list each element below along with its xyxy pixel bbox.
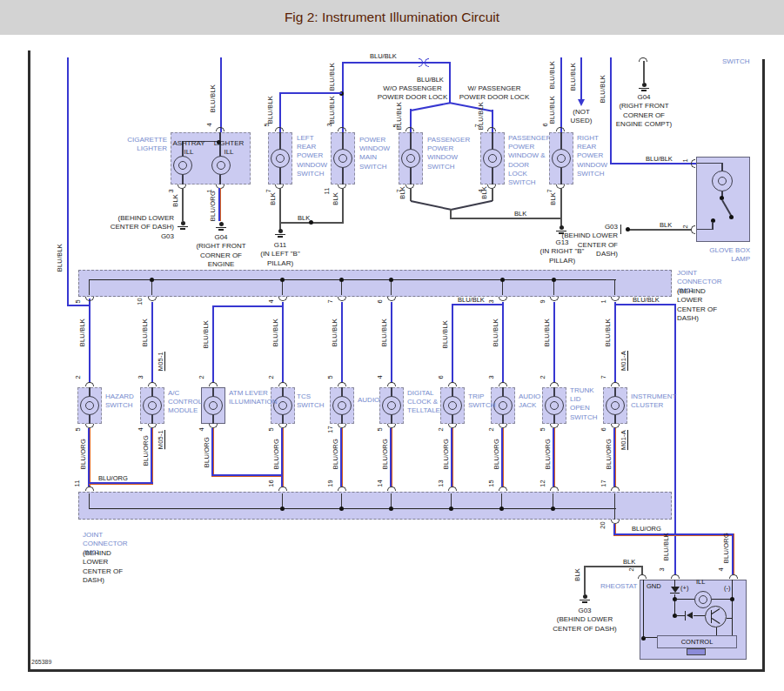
bulb-icon-ill bbox=[694, 591, 712, 608]
wire-label-blu-blk: BLU/BLK bbox=[646, 155, 673, 163]
pin-number: 5 bbox=[267, 427, 275, 431]
bulb-icon bbox=[483, 149, 502, 168]
pin-bracket bbox=[275, 127, 284, 131]
wire-blk bbox=[410, 188, 412, 201]
wire-label-blk: BLK bbox=[623, 558, 635, 566]
pin-bracket bbox=[550, 382, 559, 386]
ground-location: (IN LEFT "B" PILLAR) bbox=[260, 250, 300, 266]
pin-bracket bbox=[611, 297, 620, 301]
component-label: DIGITAL CLOCK & TELLTALE bbox=[407, 389, 446, 416]
wire-blk bbox=[450, 218, 562, 219]
wire-label-blu-org: BLU/ORG bbox=[272, 439, 280, 469]
pin-bracket bbox=[448, 382, 457, 386]
wire-blu-blk bbox=[89, 302, 90, 383]
wire-blu-blk bbox=[391, 302, 392, 383]
pin-bracket bbox=[691, 225, 695, 234]
wire-label-blk: BLK bbox=[514, 210, 526, 218]
pin-number: 20 bbox=[599, 521, 606, 528]
pin-number: 3 bbox=[325, 123, 333, 126]
wire-label-blu-org: BLU/ORG bbox=[142, 435, 150, 466]
component-label-rheostat: RHEOSTAT bbox=[600, 582, 637, 591]
pin-number: 4 bbox=[205, 123, 213, 126]
brace-wire bbox=[411, 200, 451, 211]
wire-blu-org bbox=[553, 428, 555, 486]
wire-blu-org bbox=[390, 428, 392, 486]
wire-label-blu-blk: BLU/BLK bbox=[141, 319, 149, 346]
wire-label-blu-blk: BLU/BLK bbox=[441, 320, 449, 348]
junction-dot bbox=[339, 278, 344, 282]
pin-bracket bbox=[550, 486, 559, 491]
pin-number: 12 bbox=[539, 480, 546, 486]
pin-number: 2 bbox=[627, 567, 635, 571]
bulb-icon bbox=[401, 149, 420, 168]
pin-bracket bbox=[85, 297, 94, 301]
pin-number: 5 bbox=[74, 427, 82, 431]
wire-blu-org bbox=[613, 533, 734, 536]
junction-dot bbox=[500, 278, 505, 282]
bulb-lead bbox=[182, 174, 184, 184]
wire-blu-blk bbox=[342, 62, 344, 132]
ground-note-g04: G04 (RIGHT FRONT CORNER OF ENGINE COMPT) bbox=[609, 93, 679, 130]
wire-label-blu-blk: BLU/BLK bbox=[271, 319, 279, 346]
component-label: A/C CONTROL MODULE bbox=[168, 389, 206, 416]
wire-blu-org bbox=[211, 474, 284, 477]
page-title: Fig 2: Instrument Illumination Circuit bbox=[285, 10, 499, 25]
pin-number: 6 bbox=[437, 375, 445, 379]
wire-label-blu-blk: BLU/BLK bbox=[328, 63, 336, 91]
wire-blu-org bbox=[732, 533, 734, 574]
switch-contact-dot bbox=[729, 215, 734, 219]
wire-blk bbox=[560, 188, 562, 226]
rheostat-minus-label: (-) bbox=[724, 584, 731, 592]
rheostat-plus-label: (+) bbox=[680, 584, 688, 592]
control-label: CONTROL bbox=[681, 638, 714, 646]
ground-name: G03 bbox=[161, 232, 174, 240]
connector-stub bbox=[282, 280, 283, 295]
wire-blu-blk-not-used bbox=[580, 57, 582, 99]
pin-number: 15 bbox=[487, 480, 495, 486]
component-label: AUDIO JACK bbox=[519, 392, 548, 410]
ground-location: (BEHIND LOWER CENTER OF DASH) bbox=[562, 231, 618, 258]
frame-left bbox=[28, 50, 30, 671]
wire-label-blu-blk: BLU/BLK bbox=[78, 319, 86, 346]
internal-wire bbox=[675, 599, 694, 600]
wire-label-blu-blk: BLU/BLK bbox=[569, 63, 577, 91]
wire-label-blu-blk: BLU/BLK bbox=[202, 320, 210, 348]
ground-icon bbox=[579, 594, 591, 604]
pin-bracket bbox=[499, 382, 507, 386]
frame-right bbox=[762, 59, 765, 671]
internal-wire bbox=[674, 580, 675, 587]
joint-connector-jm01-bottom bbox=[78, 492, 672, 520]
wire-label-blu-org: BLU/ORG bbox=[79, 439, 87, 469]
connector-stub bbox=[151, 280, 152, 295]
wire-blu-blk bbox=[610, 163, 696, 164]
component-label-glove-box-lamp: GLOVE BOX LAMP bbox=[696, 246, 750, 264]
wire-label-blu-org: BLU/ORG bbox=[632, 525, 661, 533]
pin-bracket bbox=[556, 127, 565, 131]
ground-name: G03 bbox=[548, 607, 621, 615]
pin-bracket bbox=[278, 486, 287, 491]
rheostat-gnd-label: GND bbox=[647, 582, 661, 590]
wire-label-blu-blk: BLU/BLK bbox=[331, 319, 338, 346]
component-label-cigarette-lighter: CIGARETTE LIGHTER bbox=[120, 136, 167, 153]
pin-bracket bbox=[209, 382, 218, 386]
wire-label-blu-blk: BLU/BLK bbox=[328, 96, 336, 124]
ground-name: G04 bbox=[609, 93, 679, 102]
offpage-switch-label: SWITCH bbox=[722, 57, 750, 66]
wire-label-blu-org: BLU/ORG bbox=[605, 439, 613, 469]
pin-bracket bbox=[405, 127, 414, 131]
pin-number: 6 bbox=[600, 427, 607, 431]
ground-icon bbox=[274, 229, 286, 238]
pin-bracket bbox=[278, 297, 287, 301]
connector-location: (BEHIND LOWER CENTER OF DASH) bbox=[677, 287, 733, 324]
pin-bracket bbox=[550, 297, 559, 301]
connector-id-label: M01-A bbox=[620, 351, 627, 371]
junction-dot bbox=[339, 507, 344, 511]
pin-bracket bbox=[387, 486, 396, 491]
junction-dot bbox=[280, 507, 285, 511]
component-label: POWER WINDOW MAIN SWITCH bbox=[359, 136, 392, 171]
wire-label-blu-blk: BLU/BLK bbox=[370, 52, 397, 60]
wire-label-blk: BLK bbox=[480, 186, 488, 199]
wire-blu-blk bbox=[452, 304, 504, 305]
pin-number: 7 bbox=[326, 299, 334, 303]
pin-bracket bbox=[338, 382, 346, 386]
